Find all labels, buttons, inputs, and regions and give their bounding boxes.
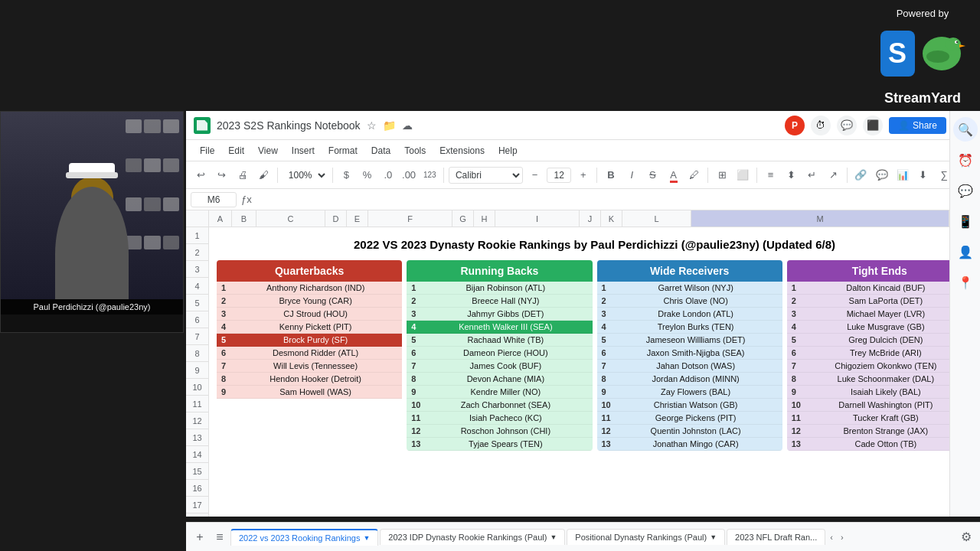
tab-positional-rankings[interactable]: Positional Dynasty Rankings (Paul) ▼	[567, 529, 725, 545]
text-color-btn[interactable]: A	[665, 166, 682, 184]
font-size-plus[interactable]: +	[574, 166, 592, 184]
rb-row-11: 11 Isiah Pacheco (KC)	[407, 412, 592, 425]
col-headers: A B C D E F G H I J K L M N	[186, 210, 980, 227]
sheet-settings-btn[interactable]: ⚙	[957, 528, 975, 546]
redo-btn[interactable]: ↪	[213, 166, 230, 184]
formula-input[interactable]	[256, 194, 975, 205]
cloud-icon[interactable]: ☁	[402, 119, 413, 132]
paint-format-btn[interactable]: 🖌	[255, 166, 273, 184]
col-header-a[interactable]: A	[209, 210, 232, 227]
sidebar-account-icon[interactable]: 👤	[953, 240, 978, 264]
row-num-17: 17	[186, 497, 208, 514]
menu-tools[interactable]: Tools	[398, 143, 432, 158]
te-name-5: Greg Dulcich (DEN)	[804, 335, 968, 344]
tab-draft-rankings[interactable]: 2023 NFL Draft Ran...	[727, 529, 825, 545]
tab-idp-rankings[interactable]: 2023 IDP Dynasty Rookie Rankings (Paul) …	[380, 529, 565, 545]
comment-btn[interactable]: 💬	[837, 116, 857, 135]
italic-btn[interactable]: I	[623, 166, 641, 184]
zoom-select[interactable]: 100% 75% 50% 125%	[283, 168, 328, 183]
col-header-f[interactable]: F	[368, 210, 452, 227]
account-btn[interactable]: P	[785, 116, 805, 135]
highlight-btn[interactable]: 🖊	[685, 166, 703, 184]
col-header-c[interactable]: C	[256, 210, 325, 227]
font-size-minus[interactable]: −	[526, 166, 544, 184]
rb-header: Running Backs	[407, 260, 592, 282]
comment-add-btn[interactable]: 💬	[873, 166, 890, 184]
undo-btn[interactable]: ↩	[192, 166, 210, 184]
te-name-8: Luke Schoonmaker (DAL)	[804, 374, 968, 383]
qb-rank-4: 4	[221, 322, 234, 331]
col-header-l[interactable]: L	[622, 210, 691, 227]
decimal-dec-btn[interactable]: .0	[379, 166, 397, 184]
print-btn[interactable]: 🖨	[234, 166, 251, 184]
col-header-b[interactable]: B	[232, 210, 256, 227]
tab-prev-arrow[interactable]: ‹	[827, 531, 836, 543]
te-name-2: Sam LaPorta (DET)	[804, 296, 968, 305]
qb-row-3: 3 CJ Stroud (HOU)	[217, 308, 402, 321]
merge-btn[interactable]: ⬜	[734, 166, 752, 184]
percent-btn[interactable]: %	[358, 166, 376, 184]
sidebar-chat-icon[interactable]: 💬	[953, 178, 978, 203]
font-size-input[interactable]	[547, 168, 571, 183]
folder-icon[interactable]: 📁	[383, 119, 396, 132]
decimal-inc-btn[interactable]: .00	[400, 166, 417, 184]
valign-btn[interactable]: ⬍	[782, 166, 800, 184]
col-header-k[interactable]: K	[601, 210, 622, 227]
rotate-btn[interactable]: ↗	[824, 166, 841, 184]
menu-extensions[interactable]: Extensions	[433, 143, 491, 158]
menu-data[interactable]: Data	[365, 143, 397, 158]
sheet-menu-btn[interactable]: ≡	[211, 528, 229, 546]
menu-file[interactable]: File	[194, 143, 220, 158]
menu-insert[interactable]: Insert	[286, 143, 321, 158]
bold-btn[interactable]: B	[602, 166, 619, 184]
rb-rank-5: 5	[411, 335, 423, 344]
row-num-16: 16	[186, 480, 208, 497]
sidebar-history-icon[interactable]: ⏰	[953, 148, 978, 172]
rb-name-9: Kendre Miller (NO)	[423, 387, 587, 396]
align-btn[interactable]: ≡	[762, 166, 779, 184]
row-num-15: 15	[186, 463, 208, 480]
filter-btn[interactable]: ⬇	[914, 166, 932, 184]
col-header-g[interactable]: G	[452, 210, 474, 227]
sidebar-map-icon[interactable]: 📍	[953, 270, 978, 295]
col-header-m[interactable]: M	[691, 210, 949, 227]
wr-rank-1: 1	[602, 283, 614, 292]
wr-name-1: Garret Wilson (NYJ)	[614, 283, 778, 292]
col-header-j[interactable]: J	[580, 210, 601, 227]
rankings-wrapper: 2022 VS 2023 Dynasty Rookie Rankings by …	[209, 227, 980, 517]
more-formats-btn[interactable]: 123	[421, 166, 439, 184]
sheets-titlebar: 2023 S2S Rankings Notebook ☆ 📁 ☁ P ⏱ 💬 ⬛…	[186, 111, 980, 140]
currency-btn[interactable]: $	[338, 166, 355, 184]
tab-rookie-rankings[interactable]: 2022 vs 2023 Rooking Rankings ▼	[230, 529, 378, 546]
col-header-d[interactable]: D	[325, 210, 347, 227]
te-row-11: 11 Tucker Kraft (GB)	[787, 412, 972, 425]
history-btn[interactable]: ⏱	[811, 116, 831, 135]
strikethrough-btn[interactable]: S	[644, 166, 662, 184]
chart-btn[interactable]: 📊	[893, 166, 911, 184]
menu-format[interactable]: Format	[322, 143, 364, 158]
cell-reference[interactable]	[191, 192, 237, 207]
share-button[interactable]: 👤 Share	[889, 117, 946, 134]
col-header-e[interactable]: E	[347, 210, 368, 227]
borders-btn[interactable]: ⊞	[713, 166, 730, 184]
wr-name-5: Jameseon Willliams (DET)	[614, 335, 778, 344]
add-sheet-btn[interactable]: +	[191, 528, 209, 546]
menu-help[interactable]: Help	[492, 143, 524, 158]
col-header-i[interactable]: I	[495, 210, 580, 227]
tab-next-arrow[interactable]: ›	[838, 531, 847, 543]
row-num-7: 7	[186, 328, 208, 345]
wr-name-13: Jonathan Mingo (CAR)	[614, 439, 778, 448]
font-select[interactable]: Calibri Arial	[449, 167, 523, 184]
sidebar-explore-icon[interactable]: 🔍	[953, 117, 978, 142]
sidebar-mobile-icon[interactable]: 📱	[953, 209, 978, 233]
menu-view[interactable]: View	[252, 143, 284, 158]
menu-edit[interactable]: Edit	[222, 143, 250, 158]
col-header-h[interactable]: H	[474, 210, 495, 227]
rb-rank-10: 10	[411, 400, 423, 409]
wr-name-3: Drake London (ATL)	[614, 309, 778, 318]
star-icon[interactable]: ☆	[367, 119, 377, 132]
wrap-btn[interactable]: ↵	[803, 166, 821, 184]
top-bar	[0, 0, 980, 111]
present-btn[interactable]: ⬛	[863, 116, 883, 135]
link-btn[interactable]: 🔗	[852, 166, 870, 184]
